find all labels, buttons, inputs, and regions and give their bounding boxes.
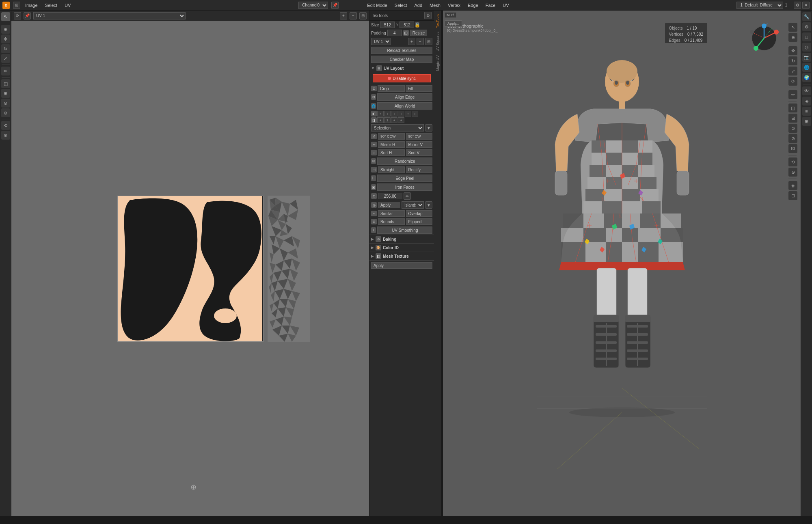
vp-tool-12[interactable]: ◈ xyxy=(788,181,797,190)
uv-tool-5[interactable]: ⟲ xyxy=(1,121,10,130)
ri-material[interactable]: ◎ xyxy=(802,43,811,52)
grid-btn-t5[interactable]: + xyxy=(405,111,411,116)
sort-h-btn[interactable]: Sort H xyxy=(378,149,405,156)
menu-uv[interactable]: UV xyxy=(63,2,72,9)
uv-tool-1[interactable]: ◫ xyxy=(1,79,10,88)
colorid-header[interactable]: ▶ 🎨 Color ID xyxy=(369,244,434,252)
mesh-texture-header[interactable]: ▶ ◧ Mesh Texture xyxy=(369,252,434,260)
grid-btn-b4[interactable]: + xyxy=(398,117,404,123)
channel-dropdown[interactable]: Channel0 xyxy=(298,2,328,9)
mirror-h-btn[interactable]: Mirror H xyxy=(378,141,405,148)
grid-btn-t2[interactable]: T xyxy=(384,111,391,116)
padding-icon[interactable]: ⊞ xyxy=(403,30,409,36)
disable-sync-btn[interactable]: Disable sync xyxy=(373,74,431,82)
uv-tool-2[interactable]: ⊞ xyxy=(1,89,10,98)
size-x-input[interactable] xyxy=(380,22,395,28)
close-icon[interactable]: ✕ xyxy=(802,2,810,9)
vp-tool-move[interactable]: ✥ xyxy=(788,46,797,55)
vp-tool-6[interactable]: ⊞ xyxy=(788,114,797,123)
checker-map-btn[interactable]: Checker Map xyxy=(371,56,432,63)
menu-face[interactable]: Face xyxy=(484,2,497,9)
vp-tool-cursor[interactable]: ⊕ xyxy=(788,33,797,42)
uv-tool-3[interactable]: ⊙ xyxy=(1,99,10,108)
vp-tool-10[interactable]: ⟲ xyxy=(788,157,797,166)
menu-select3d[interactable]: Select xyxy=(393,2,409,9)
size-y-input[interactable] xyxy=(400,22,414,28)
resize-btn[interactable]: Resize xyxy=(410,30,428,36)
align-world-btn[interactable]: Align World xyxy=(377,102,432,110)
randomize-btn[interactable]: Randomize xyxy=(377,157,432,165)
grid-btn-t6[interactable]: T xyxy=(412,111,418,116)
reload-textures-btn[interactable]: Reload Textures xyxy=(371,47,432,54)
vp-tool-rotate[interactable]: ↻ xyxy=(788,56,797,65)
vp-tool-5[interactable]: ◫ xyxy=(788,104,797,112)
grid-btn-t1[interactable]: + xyxy=(377,111,384,116)
apply-mesh-btn[interactable]: Apply xyxy=(371,262,432,269)
uv-add-btn[interactable]: + xyxy=(340,12,347,19)
sort-v-btn[interactable]: Sort V xyxy=(406,149,433,156)
uv1-select[interactable]: UV 1 xyxy=(371,38,391,45)
ri-world[interactable]: 🌍 xyxy=(802,73,811,82)
uv1-grid[interactable]: ⊞ xyxy=(425,38,432,45)
file-btn[interactable]: ⊞ xyxy=(13,2,20,9)
rotate-cw-btn[interactable]: 90° CW xyxy=(406,133,433,140)
grid-btn-t3[interactable]: T xyxy=(391,111,397,116)
align-edge-btn[interactable]: Align Edge xyxy=(377,93,432,101)
menu-vertex[interactable]: Vertex xyxy=(446,2,462,9)
similar-btn[interactable]: Similar xyxy=(378,210,405,217)
rotate-ccw-btn[interactable]: 90° CCW xyxy=(378,133,405,140)
menu-image[interactable]: Image xyxy=(24,2,39,9)
ri-properties[interactable]: 🔧 xyxy=(802,12,811,21)
apply-btn[interactable]: Apply xyxy=(378,202,400,208)
ri-render[interactable]: 📷 xyxy=(802,53,811,62)
value-input[interactable] xyxy=(378,193,402,199)
size-lock[interactable]: 🔒 xyxy=(415,22,419,28)
overlap-btn[interactable]: Overlap xyxy=(406,210,433,217)
rotate-tool[interactable]: ↻ xyxy=(1,44,10,53)
ri-modifier[interactable]: ⚙ xyxy=(802,22,811,31)
menu-add[interactable]: Add xyxy=(412,2,424,9)
uv-sync-btn[interactable]: ⟳ xyxy=(14,12,21,19)
vp-tool-11[interactable]: ⊛ xyxy=(788,168,797,177)
menu-edge[interactable]: Edge xyxy=(466,2,480,9)
edge-peel-btn[interactable]: Edge Peel xyxy=(377,175,432,182)
uv-tool-6[interactable]: ⊛ xyxy=(1,131,10,140)
vp-tool-7[interactable]: ⊙ xyxy=(788,124,797,133)
ri-select2[interactable]: ⊞ xyxy=(802,117,811,126)
apply-viewport-btn[interactable]: Apply... xyxy=(445,20,462,27)
baking-header[interactable]: ▶ ⊙ Baking xyxy=(369,235,434,243)
grid-btn-b2[interactable]: 1 xyxy=(384,117,391,123)
fill-btn[interactable]: Fill xyxy=(406,85,433,92)
vp-tool-1[interactable]: ↖ xyxy=(788,23,797,32)
uv1-remove[interactable]: − xyxy=(417,38,424,45)
value-edit-btn[interactable]: ✏ xyxy=(404,192,411,200)
ri-scene[interactable]: 🌐 xyxy=(802,63,811,72)
straight-btn[interactable]: Straight xyxy=(378,166,405,173)
uv1-add[interactable]: + xyxy=(408,38,415,45)
settings-icon[interactable]: ⚙ xyxy=(794,2,801,9)
ri-filter[interactable]: ≡ xyxy=(802,107,811,116)
uv-pin-btn[interactable]: 📌 xyxy=(24,12,31,19)
textools-settings[interactable]: ⚙ xyxy=(424,12,432,19)
uv-tool-4[interactable]: ⊘ xyxy=(1,108,10,117)
uv-grid-btn[interactable]: ⊞ xyxy=(359,12,367,19)
vp-tool-9[interactable]: ⚄ xyxy=(788,144,797,153)
uv-channel-select[interactable]: UV 1 xyxy=(33,12,186,19)
selection-dropdown[interactable]: Selection xyxy=(371,124,424,132)
vtab-magic-uv[interactable]: Magic UV xyxy=(435,54,441,73)
pin-btn[interactable]: 📌 xyxy=(331,2,339,9)
annotate-tool[interactable]: ✏ xyxy=(1,67,10,75)
vp-tool-8[interactable]: ⊘ xyxy=(788,134,797,143)
cursor-tool[interactable]: ⊕ xyxy=(1,25,10,34)
vtab-uvsquares[interactable]: UV-Squares xyxy=(435,30,441,53)
ri-node[interactable]: ◈ xyxy=(802,97,811,106)
menu-mesh[interactable]: Mesh xyxy=(428,2,442,9)
islands-menu[interactable]: ▼ xyxy=(425,201,432,209)
islands-dropdown[interactable]: Islands xyxy=(402,201,424,209)
crop-btn[interactable]: Crop xyxy=(378,85,405,92)
iron-faces-btn[interactable]: Iron Faces xyxy=(377,183,432,191)
bounds-btn[interactable]: Bounds xyxy=(378,218,405,225)
uv-smoothing-btn[interactable]: UV Smoothing xyxy=(377,226,432,234)
grid-btn-t4[interactable]: T xyxy=(398,111,404,116)
move-tool[interactable]: ✥ xyxy=(1,35,10,43)
